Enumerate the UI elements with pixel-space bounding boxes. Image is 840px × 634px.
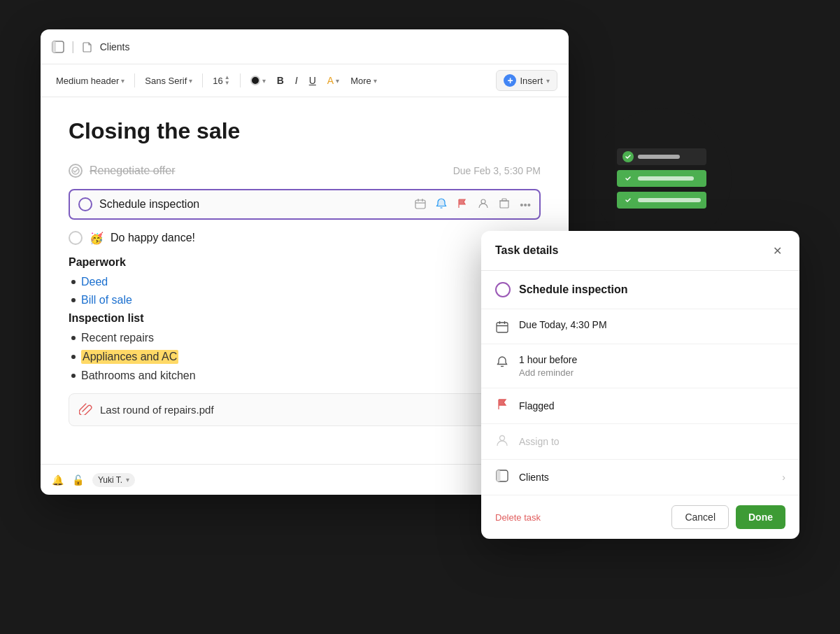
notification-icon: 🔔 (52, 474, 64, 486)
more-button[interactable]: More ▾ (346, 73, 381, 89)
task-check-done (69, 164, 83, 178)
trash-icon[interactable] (499, 198, 510, 211)
flag-detail-icon (495, 398, 509, 414)
dance-task-text: Do happy dance! (111, 232, 195, 244)
completed-task-text: Renegotiate offer (90, 164, 175, 177)
bullet-bathrooms: Bathrooms and kitchen (69, 369, 541, 382)
doc-title: Closing the sale (69, 118, 541, 144)
font-picker[interactable]: Sans Serif ▾ (141, 73, 197, 89)
completed-task-due: Due Feb 3, 5:30 PM (453, 165, 541, 176)
bold-button[interactable]: B (273, 72, 288, 89)
doc-chevron-icon: › (782, 472, 785, 483)
attachment-icon (79, 401, 93, 418)
reminder-main-text: 1 hour before (519, 354, 785, 365)
svg-rect-19 (497, 470, 501, 481)
active-task-row[interactable]: Schedule inspection ••• (69, 189, 541, 220)
bullet-appliances: Appliances and AC (69, 350, 541, 364)
panel-action-buttons: Cancel Done (671, 505, 785, 529)
cancel-button[interactable]: Cancel (671, 505, 729, 529)
panel-title: Task details (495, 244, 558, 257)
dance-emoji: 🥳 (90, 232, 104, 245)
panel-header: Task details ✕ (481, 231, 799, 271)
svg-rect-1 (52, 41, 56, 52)
task-actions: ••• (415, 198, 531, 211)
panel-task-name-row: Schedule inspection (481, 271, 799, 309)
task-circle-dance (69, 231, 83, 245)
bathrooms-text: Bathrooms and kitchen (81, 369, 196, 382)
panel-close-button[interactable]: ✕ (769, 242, 785, 259)
active-task-text: Schedule inspection (99, 198, 408, 211)
calendar-icon[interactable] (415, 198, 426, 211)
text-style-button[interactable]: A ▾ (323, 72, 343, 89)
deed-link[interactable]: Deed (81, 276, 108, 288)
calendar-detail-icon (495, 320, 509, 334)
svg-rect-11 (502, 199, 506, 201)
underline-button[interactable]: U (305, 72, 320, 89)
bullet-repairs: Recent repairs (69, 332, 541, 344)
preview-row-2 (617, 170, 706, 187)
panel-assign-row[interactable]: Assign to (481, 424, 799, 460)
bell-detail-icon (495, 355, 509, 369)
flag-action-icon[interactable] (457, 198, 468, 211)
insert-button[interactable]: + Insert ▾ (496, 70, 557, 91)
appliances-text: Appliances and AC (81, 350, 178, 364)
bill-link[interactable]: Bill of sale (81, 294, 132, 307)
preview-bar-2 (638, 176, 694, 181)
assign-placeholder: Assign to (519, 436, 560, 447)
recent-repairs-text: Recent repairs (81, 332, 154, 344)
more-options-icon[interactable]: ••• (520, 199, 531, 211)
delete-task-button[interactable]: Delete task (495, 512, 541, 523)
section-inspection: Inspection list (69, 312, 541, 325)
panel-flag-row: Flagged (481, 388, 799, 424)
bullet-deed: Deed (69, 276, 541, 288)
completed-task-row: Renegotiate offer Due Feb 3, 5:30 PM (69, 164, 541, 178)
panel-due-row: Due Today, 4:30 PM (481, 309, 799, 344)
insert-plus-icon: + (504, 74, 516, 87)
attachment-name: Last round of repairs.pdf (100, 404, 214, 416)
color-picker[interactable]: ▾ (246, 73, 270, 88)
svg-point-8 (481, 199, 485, 204)
editor-titlebar: | Clients (41, 29, 569, 64)
sidebar-icon (52, 41, 64, 53)
flag-label: Flagged (519, 400, 555, 411)
svg-rect-12 (497, 323, 508, 332)
toolbar-divider-3 (240, 73, 241, 87)
section-paperwork: Paperwork (69, 256, 541, 269)
bell-icon[interactable] (436, 198, 447, 211)
due-date-text: Due Today, 4:30 PM (519, 319, 785, 330)
checklist-preview-circle (592, 108, 732, 248)
svg-point-17 (500, 436, 505, 441)
preview-row-3 (617, 192, 706, 209)
done-button[interactable]: Done (736, 505, 785, 529)
panel-footer: Delete task Cancel Done (481, 495, 799, 539)
toolbar-divider-1 (134, 73, 135, 87)
user-badge[interactable]: Yuki T. ▾ (92, 473, 135, 487)
doc-icon (82, 41, 93, 52)
preview-check-2 (622, 173, 634, 184)
panel-task-circle (495, 282, 511, 297)
preview-bar-1 (638, 155, 680, 159)
assign-person-icon (495, 434, 509, 449)
task-circle-active (78, 197, 92, 211)
task-details-panel: Task details ✕ Schedule inspection Due T… (481, 231, 799, 539)
color-dot (250, 76, 260, 85)
toolbar-divider-2 (202, 73, 203, 87)
user-name: Yuki T. (98, 475, 122, 485)
preview-row-1 (617, 148, 706, 165)
bullet-bill: Bill of sale (69, 294, 541, 307)
svg-rect-3 (415, 200, 425, 209)
font-size-picker[interactable]: 16 ▲ ▼ (208, 72, 234, 89)
attachment-row[interactable]: Last round of repairs.pdf (69, 393, 541, 426)
add-reminder-link[interactable]: Add reminder (519, 367, 785, 378)
style-picker[interactable]: Medium header ▾ (52, 73, 129, 89)
panel-task-text: Schedule inspection (519, 283, 628, 296)
preview-check-3 (622, 195, 634, 206)
panel-doc-row[interactable]: Clients › (481, 460, 799, 495)
italic-button[interactable]: I (291, 72, 302, 89)
preview-bar-3 (638, 198, 701, 202)
svg-rect-9 (500, 201, 508, 208)
dance-task-row: 🥳 Do happy dance! (69, 231, 541, 245)
preview-check-1 (622, 151, 634, 162)
doc-detail-icon (495, 470, 509, 485)
person-icon[interactable] (478, 198, 489, 211)
